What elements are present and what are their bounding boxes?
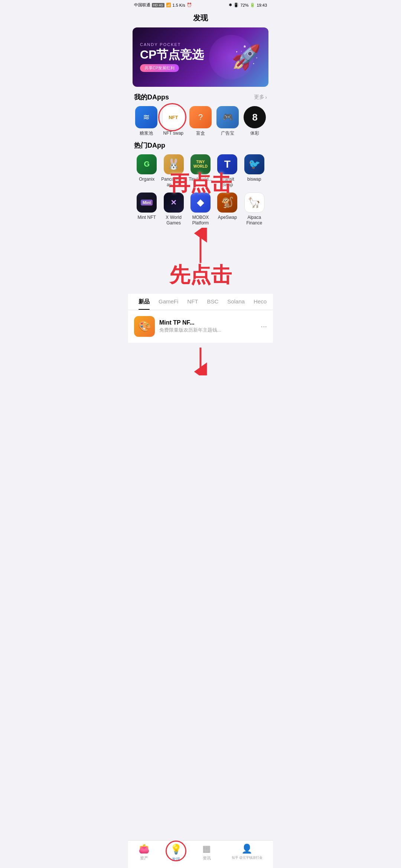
dapp-blindbox-label: 盲盒 <box>196 131 205 137</box>
dapp-alpaca-label: Alpaca Finance <box>242 215 267 226</box>
dapp-mintnft-label: Mint NFT <box>138 215 156 221</box>
dapp-apeswap[interactable]: 🐒 ApeSwap <box>215 193 240 226</box>
tab-nft[interactable]: NFT <box>183 294 202 310</box>
dapp-mobox[interactable]: ◆ MOBOX Platform <box>188 193 213 226</box>
my-dapps-section: 我的DApps 更多 › ≋ 糖浆池 NFT NFT swap <box>128 93 273 137</box>
signal-strength: 📶 <box>166 3 171 7</box>
my-dapps-header: 我的DApps 更多 › <box>134 93 267 102</box>
dapp-biswap-icon: 🐦 <box>244 154 264 174</box>
page-title: 发现 <box>128 10 273 27</box>
dapp-ticai[interactable]: 8 体彩 <box>243 106 267 137</box>
dapp-biswap-label: biswap <box>247 177 261 183</box>
battery-level: 72% <box>240 3 248 7</box>
arrow-down-to-nav <box>186 346 215 375</box>
dapp-ticai-icon: 8 <box>244 106 266 128</box>
dapp-transit-swap[interactable]: T Transit Swap <box>215 154 240 188</box>
list-item-mintnftp[interactable]: 🎨 Mint TP NF... 免费限量版农历新年主题钱... ··· <box>134 316 267 337</box>
hot-dapps-section: 热门DApp G Organix 🐰 PancakeS wap（薄 <box>128 141 273 226</box>
dapp-organix-icon: G <box>137 154 157 174</box>
status-right: ✱ 📳 72% 🔋 19:43 <box>229 3 267 7</box>
dapp-apeswap-label: ApeSwap <box>218 215 237 221</box>
dapp-ticai-label: 体彩 <box>250 131 259 137</box>
dapp-organix[interactable]: G Organix <box>134 154 159 188</box>
list-item-info: Mint TP NF... 免费限量版农历新年主题钱... <box>159 319 256 333</box>
hot-dapps-title: 热门DApp <box>134 141 165 150</box>
dapp-xworld-icon: ✕ <box>164 193 184 213</box>
tab-xinpin[interactable]: 新品 <box>134 294 154 310</box>
dapp-apeswap-icon: 🐒 <box>217 193 237 213</box>
dapp-biswap[interactable]: 🐦 biswap <box>242 154 267 188</box>
banner-badge: 共享CP发展红利 <box>140 64 179 72</box>
tab-gamefi[interactable]: GameFi <box>154 294 183 310</box>
dapp-mobox-icon: ◆ <box>190 193 211 213</box>
dapp-blindbox-icon: ? <box>189 106 212 128</box>
network-type: HD 4G <box>152 3 164 7</box>
chevron-right-icon: › <box>265 94 267 100</box>
banner-title: CP节点竞选 <box>140 48 204 61</box>
hot-dapps-grid: G Organix 🐰 PancakeS wap（薄 TINYWORLD <box>134 154 267 226</box>
battery-icon: 🔋 <box>250 3 255 7</box>
dapp-transit-icon: T <box>217 154 237 174</box>
banner-decoration: 🚀 <box>231 43 261 71</box>
dapp-tinyworld-icon: TINYWORLD <box>190 154 211 174</box>
list-section: 🎨 Mint TP NF... 免费限量版农历新年主题钱... ··· <box>128 310 273 343</box>
dapp-pancakeswap-label: PancakeS wap（薄 <box>161 177 186 188</box>
sim-icon: 📳 <box>234 3 239 7</box>
dapp-guanggaobao[interactable]: 🎮 广告宝 <box>216 106 240 137</box>
clock: 19:43 <box>257 3 267 7</box>
bluetooth-icon: ✱ <box>229 3 232 7</box>
my-dapps-title: 我的DApps <box>134 93 169 102</box>
dapp-organix-label: Organix <box>139 177 154 183</box>
dapp-guanggaobao-icon: 🎮 <box>216 106 239 128</box>
dapp-tinyworld[interactable]: TINYWORLD TinyWorld... <box>188 154 213 188</box>
dapp-mobox-label: MOBOX Platform <box>188 215 213 226</box>
dapp-tangjianchi-icon: ≋ <box>135 106 157 128</box>
status-bar: 中国联通 HD 4G 📶 1.5 K/s ⏰ ✱ 📳 72% 🔋 19:43 <box>128 0 273 10</box>
dapp-xworld[interactable]: ✕ X World Games <box>161 193 186 226</box>
dapp-alpaca[interactable]: 🦙 Alpaca Finance <box>242 193 267 226</box>
alarm-icon: ⏰ <box>187 3 192 7</box>
carrier: 中国联通 <box>134 2 150 8</box>
list-item-title: Mint TP NF... <box>159 319 256 326</box>
dapp-alpaca-icon: 🦙 <box>244 193 264 213</box>
dapp-nftswap[interactable]: NFT NFT swap <box>161 106 185 137</box>
banner[interactable]: CANDY POCKET CP节点竞选 共享CP发展红利 🚀 <box>133 27 268 87</box>
list-item-desc: 免费限量版农历新年主题钱... <box>159 327 256 333</box>
dapp-mintnft[interactable]: Mint Mint NFT <box>134 193 159 226</box>
dapp-guanggaobao-label: 广告宝 <box>221 131 234 137</box>
dapp-nftswap-label: NFT swap <box>163 131 183 137</box>
annotation-firstclick: 先点击 <box>169 263 232 286</box>
tab-solana[interactable]: Solana <box>223 294 249 310</box>
banner-subtitle: CANDY POCKET <box>140 42 204 47</box>
dapp-transit-label: Transit Swap <box>215 177 240 188</box>
dapp-tangjianchi[interactable]: ≋ 糖浆池 <box>134 106 158 137</box>
dapp-tangjianchi-label: 糖浆池 <box>140 131 153 137</box>
dapp-nftswap-icon: NFT <box>162 106 185 128</box>
status-left: 中国联通 HD 4G 📶 1.5 K/s ⏰ <box>134 2 192 8</box>
speed: 1.5 K/s <box>173 3 185 7</box>
dapp-mintnft-icon: Mint <box>137 193 157 213</box>
dapp-pancakeswap-icon: 🐰 <box>164 154 184 174</box>
arrow-up-to-nft <box>186 228 215 265</box>
my-dapps-row: ≋ 糖浆池 NFT NFT swap ? 盲盒 <box>134 106 267 137</box>
list-item-icon: 🎨 <box>134 316 155 337</box>
tab-heco[interactable]: Heco <box>249 294 271 310</box>
dapp-tinyworld-label: TinyWorld... <box>189 177 212 183</box>
tabs-row: 新品 GameFi NFT BSC Solana Heco <box>128 294 273 310</box>
dapp-blindbox[interactable]: ? 盲盒 <box>188 106 212 137</box>
tab-bsc[interactable]: BSC <box>203 294 223 310</box>
hot-dapps-header: 热门DApp <box>134 141 267 150</box>
dapp-pancakeswap[interactable]: 🐰 PancakeS wap（薄 <box>161 154 186 188</box>
dapp-xworld-label: X World Games <box>161 215 186 226</box>
my-dapps-more[interactable]: 更多 › <box>254 94 267 101</box>
list-item-more[interactable]: ··· <box>261 322 267 331</box>
